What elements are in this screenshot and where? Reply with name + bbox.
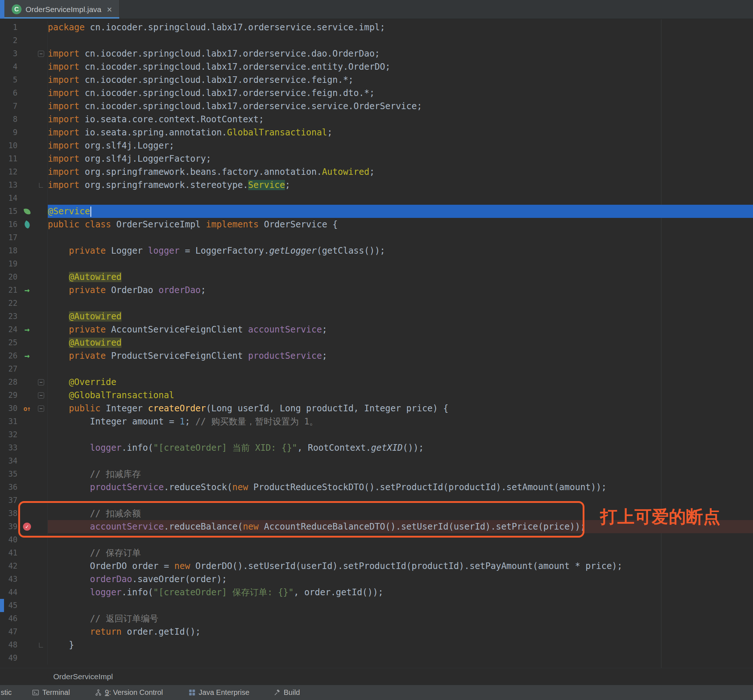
code-text[interactable]: // 返回订单编号: [48, 612, 753, 625]
code-text[interactable]: import org.slf4j.Logger;: [48, 139, 753, 152]
line-number[interactable]: 30: [0, 402, 19, 415]
autowired-icon[interactable]: →: [19, 349, 35, 362]
autowired-icon[interactable]: →: [19, 284, 35, 297]
line-number[interactable]: 40: [0, 533, 19, 546]
line-number[interactable]: 7: [0, 100, 19, 113]
code-text[interactable]: package cn.iocoder.springcloud.labx17.or…: [48, 21, 753, 34]
code-text[interactable]: import org.slf4j.LoggerFactory;: [48, 152, 753, 165]
line-number[interactable]: 9: [0, 126, 19, 139]
line-number[interactable]: 16: [0, 218, 19, 231]
line-number[interactable]: 46: [0, 612, 19, 625]
line-number[interactable]: 37: [0, 494, 19, 507]
bean-icon[interactable]: [19, 218, 35, 231]
line-number[interactable]: 12: [0, 165, 19, 178]
code-text[interactable]: [48, 533, 753, 546]
line-number[interactable]: 26: [0, 349, 19, 362]
line-number[interactable]: 5: [0, 73, 19, 86]
code-text[interactable]: // 扣减库存: [48, 467, 753, 481]
breakpoint-icon[interactable]: [19, 520, 35, 533]
line-number[interactable]: 47: [0, 625, 19, 638]
fold-marker[interactable]: [35, 638, 47, 652]
line-number[interactable]: 44: [0, 586, 19, 599]
code-text[interactable]: @GlobalTransactional: [48, 389, 753, 402]
line-number[interactable]: 14: [0, 192, 19, 205]
fold-marker[interactable]: [35, 375, 47, 389]
line-number[interactable]: 39: [0, 520, 19, 533]
line-number[interactable]: 19: [0, 257, 19, 270]
line-number[interactable]: 41: [0, 546, 19, 559]
line-number[interactable]: 45: [0, 599, 19, 612]
code-text[interactable]: logger.info("[createOrder] 当前 XID: {}", …: [48, 441, 753, 455]
code-text[interactable]: @Autowired: [48, 310, 753, 323]
code-text[interactable]: import org.springframework.stereotype.Se…: [48, 178, 753, 192]
code-text[interactable]: import cn.iocoder.springcloud.labx17.ord…: [48, 100, 753, 113]
code-text[interactable]: [48, 231, 753, 244]
autowired-icon[interactable]: →: [19, 323, 35, 336]
line-number[interactable]: 24: [0, 323, 19, 336]
code-text[interactable]: import cn.iocoder.springcloud.labx17.ord…: [48, 47, 753, 60]
code-text[interactable]: private OrderDao orderDao;: [48, 284, 753, 297]
code-text[interactable]: OrderDO order = new OrderDO().setUserId(…: [48, 559, 753, 573]
line-number[interactable]: 21: [0, 284, 19, 297]
line-number[interactable]: 28: [0, 375, 19, 389]
spring-bean-icon[interactable]: [19, 205, 35, 218]
line-number[interactable]: 31: [0, 415, 19, 428]
code-text[interactable]: public class OrderServiceImpl implements…: [48, 218, 753, 231]
fold-marker[interactable]: [35, 389, 47, 402]
fold-marker[interactable]: [35, 47, 47, 60]
tab-orderserviceimpl[interactable]: C OrderServiceImpl.java ×: [5, 0, 120, 19]
code-text[interactable]: [48, 494, 753, 507]
breadcrumb-item[interactable]: OrderServiceImpl: [53, 672, 113, 681]
toolwindow-button-java-enterprise[interactable]: Java Enterprise: [189, 688, 249, 697]
line-number[interactable]: 18: [0, 244, 19, 257]
line-number[interactable]: 42: [0, 559, 19, 573]
line-number[interactable]: 48: [0, 638, 19, 652]
line-number[interactable]: 15: [0, 205, 19, 218]
code-text[interactable]: [48, 297, 753, 310]
fold-marker[interactable]: [35, 402, 47, 415]
code-text[interactable]: [48, 599, 753, 612]
code-text[interactable]: private AccountServiceFeignClient accoun…: [48, 323, 753, 336]
code-text[interactable]: [48, 455, 753, 467]
toolwindow-button-terminal[interactable]: Terminal: [32, 688, 70, 697]
line-number[interactable]: 27: [0, 362, 19, 375]
line-number[interactable]: 2: [0, 34, 19, 47]
line-number[interactable]: 17: [0, 231, 19, 244]
line-number[interactable]: 25: [0, 336, 19, 349]
line-number[interactable]: 20: [0, 270, 19, 284]
line-number[interactable]: 23: [0, 310, 19, 323]
line-number[interactable]: 34: [0, 455, 19, 467]
line-number[interactable]: 13: [0, 178, 19, 192]
code-text[interactable]: productService.reduceStock(new ProductRe…: [48, 481, 753, 494]
code-text[interactable]: [48, 34, 753, 47]
toolwindow-button-partial[interactable]: stic: [1, 688, 12, 697]
close-icon[interactable]: ×: [107, 5, 112, 14]
code-text[interactable]: @Autowired: [48, 336, 753, 349]
code-text[interactable]: import cn.iocoder.springcloud.labx17.ord…: [48, 86, 753, 100]
code-text[interactable]: [48, 362, 753, 375]
code-text[interactable]: import cn.iocoder.springcloud.labx17.ord…: [48, 60, 753, 73]
line-number[interactable]: 10: [0, 139, 19, 152]
code-text[interactable]: import org.springframework.beans.factory…: [48, 165, 753, 178]
line-number[interactable]: 36: [0, 481, 19, 494]
code-text[interactable]: private Logger logger = LoggerFactory.ge…: [48, 244, 753, 257]
line-number[interactable]: 6: [0, 86, 19, 100]
line-number[interactable]: 22: [0, 297, 19, 310]
code-text[interactable]: [48, 257, 753, 270]
code-text[interactable]: private ProductServiceFeignClient produc…: [48, 349, 753, 362]
code-text[interactable]: public Integer createOrder(Long userId, …: [48, 402, 753, 415]
code-text[interactable]: }: [48, 638, 753, 652]
code-text[interactable]: return order.getId();: [48, 625, 753, 638]
code-text[interactable]: [48, 192, 753, 205]
fold-marker[interactable]: [35, 178, 47, 192]
code-text[interactable]: import io.seata.spring.annotation.Global…: [48, 126, 753, 139]
line-number[interactable]: 38: [0, 507, 19, 520]
code-text[interactable]: Integer amount = 1; // 购买数量，暂时设置为 1。: [48, 415, 753, 428]
line-number[interactable]: 35: [0, 467, 19, 481]
code-text[interactable]: @Service: [48, 205, 753, 218]
toolwindow-button-version-control[interactable]: 9: Version Control: [95, 688, 163, 697]
line-number[interactable]: 11: [0, 152, 19, 165]
line-number[interactable]: 29: [0, 389, 19, 402]
code-text[interactable]: [48, 428, 753, 441]
code-text[interactable]: @Override: [48, 375, 753, 389]
